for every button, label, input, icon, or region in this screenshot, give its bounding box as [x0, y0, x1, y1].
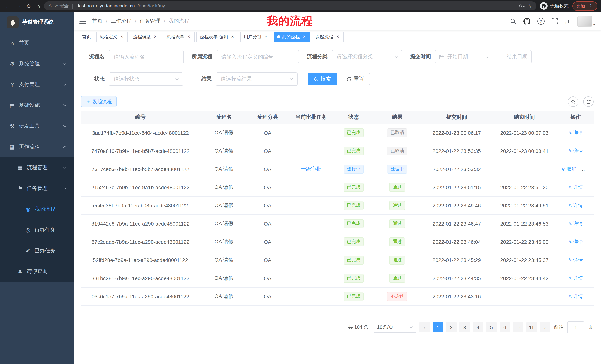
- page-button-1[interactable]: 1: [433, 322, 443, 333]
- help-icon[interactable]: ?: [538, 18, 545, 25]
- sidebar-item-工作流程[interactable]: ▦工作流程: [0, 136, 74, 157]
- submit-time-label: 提交时间: [409, 53, 431, 60]
- sidebar-item-基础设施[interactable]: ▤基础设施: [0, 95, 74, 116]
- owner-process-input[interactable]: [217, 50, 299, 63]
- detail-link[interactable]: ✎详情: [568, 275, 583, 282]
- detail-link[interactable]: ✎详情: [568, 257, 583, 263]
- update-button[interactable]: 更新 ⋮: [572, 1, 597, 10]
- tab-close-icon[interactable]: ×: [186, 34, 191, 39]
- tab-close-icon[interactable]: ×: [335, 34, 340, 39]
- tab-首页[interactable]: 首页: [79, 31, 94, 42]
- user-menu[interactable]: ▾: [577, 16, 595, 27]
- font-size-icon[interactable]: тT: [565, 18, 570, 24]
- sidebar-item-研发工具[interactable]: ⚒研发工具: [0, 116, 74, 136]
- cell-current-task: [287, 196, 335, 215]
- page-button-11[interactable]: 11: [526, 322, 537, 333]
- detail-link[interactable]: ✎详情: [568, 130, 583, 136]
- chevron-down-icon: [63, 125, 67, 127]
- search-icon[interactable]: [510, 18, 516, 24]
- page-button-3[interactable]: 3: [460, 322, 470, 333]
- sidebar-toggle-icon[interactable]: [80, 18, 86, 24]
- sidebar-item-待办任务[interactable]: ◎待办任务: [0, 220, 74, 240]
- status-select[interactable]: 请选择状态: [109, 72, 183, 86]
- action-label: 详情: [573, 202, 583, 209]
- cell-id: 331bc281-7b9a-11ec-a290-acde48001122: [81, 269, 200, 287]
- result-cell: 通过: [372, 196, 422, 215]
- page-button-6[interactable]: 6: [500, 322, 510, 333]
- done-task-icon: ✔: [24, 248, 32, 254]
- sidebar-item-我的流程[interactable]: ◉我的流程: [0, 199, 74, 220]
- tab-流程定义[interactable]: 流程定义×: [96, 31, 128, 42]
- result-select[interactable]: 请选择流结果: [216, 72, 298, 86]
- sidebar-item-系统管理[interactable]: ⚙系统管理: [0, 53, 74, 74]
- github-icon[interactable]: [523, 18, 531, 25]
- cell-actions: ✎详情: [558, 287, 594, 306]
- tab-流程表单[interactable]: 流程表单×: [163, 31, 195, 42]
- sidebar-item-流程管理[interactable]: ≣流程管理: [0, 157, 74, 178]
- sidebar-item-支付管理[interactable]: ¥支付管理: [0, 74, 74, 95]
- breadcrumb-item-首页[interactable]: 首页: [92, 18, 102, 25]
- password-key-icon[interactable]: [519, 3, 525, 9]
- sidebar-item-已办任务[interactable]: ✔已办任务: [0, 240, 74, 261]
- sidebar-item-首页[interactable]: ⌂首页: [0, 33, 74, 53]
- page-size-select[interactable]: 10条/页: [374, 322, 416, 333]
- submit-time-range-picker[interactable]: 开始日期 - 结束日期: [435, 50, 531, 63]
- create-process-button[interactable]: ＋ 发起流程: [81, 96, 117, 107]
- process-name-input[interactable]: [109, 50, 184, 63]
- reload-icon[interactable]: ⟳: [27, 3, 31, 9]
- cell-current-task: [287, 269, 335, 287]
- tab-close-icon[interactable]: ×: [302, 34, 307, 39]
- back-icon[interactable]: ←: [5, 3, 11, 9]
- cell-process-name: OA 请假: [200, 142, 248, 160]
- current-task-link[interactable]: 一级审批: [301, 166, 321, 172]
- tab-流程表单-编辑[interactable]: 流程表单-编辑×: [197, 31, 239, 42]
- page-ellipsis[interactable]: ···: [513, 322, 523, 333]
- detail-link[interactable]: ✎详情: [568, 239, 583, 245]
- category-select[interactable]: 请选择流程分类: [332, 50, 402, 63]
- sidebar-item-请假查询[interactable]: ♟请假查询: [0, 261, 74, 282]
- tab-流程模型[interactable]: 流程模型×: [130, 31, 161, 42]
- search-button[interactable]: 搜索: [308, 73, 337, 85]
- action-label: 详情: [573, 148, 583, 154]
- result-tag: 通过: [390, 238, 405, 246]
- tab-我的流程[interactable]: 我的流程×: [274, 31, 310, 42]
- toggle-search-icon[interactable]: [568, 96, 578, 107]
- sidebar-item-任务管理[interactable]: ⚑任务管理: [0, 178, 74, 199]
- page-button-4[interactable]: 4: [473, 322, 483, 333]
- breadcrumb-item-工作流程[interactable]: 工作流程: [111, 18, 131, 25]
- tab-close-icon[interactable]: ×: [263, 34, 269, 39]
- reset-button[interactable]: 重置: [341, 73, 370, 85]
- cell-actions: ✎详情: [558, 196, 594, 215]
- tab-close-icon[interactable]: ×: [119, 34, 124, 39]
- url-bar[interactable]: ⚠ 不安全 dashboard.yudao.iocoder.cn/bpm/tas…: [44, 1, 536, 10]
- tab-close-icon[interactable]: ×: [153, 34, 158, 39]
- detail-link[interactable]: ✎详情: [568, 148, 583, 154]
- breadcrumb-item-任务管理[interactable]: 任务管理: [140, 18, 160, 25]
- bookmark-star-icon[interactable]: ☆: [528, 3, 532, 8]
- refresh-icon[interactable]: [583, 96, 594, 107]
- prev-page-button[interactable]: ‹: [419, 322, 430, 333]
- forward-icon[interactable]: →: [16, 3, 21, 9]
- fullscreen-icon[interactable]: [551, 18, 558, 24]
- status-cell: 已完成: [335, 287, 372, 306]
- next-page-button[interactable]: ›: [540, 322, 550, 333]
- status-tag: 已完成: [344, 292, 364, 301]
- column-header-当前审批任务: 当前审批任务: [287, 111, 335, 124]
- tab-发起流程[interactable]: 发起流程×: [312, 31, 344, 42]
- status-tag: 已完成: [344, 219, 364, 228]
- cancel-link[interactable]: ⊘取消: [562, 166, 576, 172]
- browser-home-icon[interactable]: ⌂: [37, 3, 40, 9]
- detail-link[interactable]: ✎详情: [568, 184, 583, 191]
- browser-menu-icon[interactable]: ⋮: [588, 3, 593, 9]
- breadcrumb-separator: /: [106, 18, 107, 24]
- detail-link[interactable]: ✎详情: [568, 220, 583, 227]
- detail-link[interactable]: ✎详情: [568, 293, 583, 300]
- page-button-2[interactable]: 2: [446, 322, 457, 333]
- tab-用户分组[interactable]: 用户分组×: [240, 31, 272, 42]
- page-button-5[interactable]: 5: [486, 322, 497, 333]
- tab-close-icon[interactable]: ×: [230, 34, 235, 39]
- detail-link[interactable]: ✎详情: [568, 202, 583, 209]
- goto-page-input[interactable]: [567, 321, 584, 333]
- gear-icon: ⚙: [8, 60, 16, 67]
- todo-task-icon: ◎: [24, 227, 32, 233]
